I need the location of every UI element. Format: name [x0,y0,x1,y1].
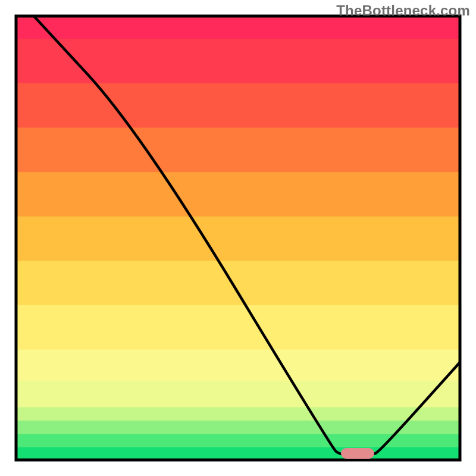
watermark-label: TheBottleneck.com [336,2,470,19]
optimal-marker [341,448,374,459]
gradient-band [16,83,460,128]
gradient-band [16,16,460,39]
gradient-band [16,406,460,420]
gradient-band [16,420,460,434]
gradient-band [16,216,460,261]
bottleneck-chart [0,0,476,476]
gradient-band [16,447,460,461]
gradient-band [16,260,460,305]
gradient-band [16,305,460,350]
chart-container: TheBottleneck.com [0,0,476,476]
gradient-band [16,380,460,408]
gradient-band [16,171,460,217]
gradient-band [16,38,460,83]
gradient-band [16,127,460,173]
gradient-band [16,349,460,381]
